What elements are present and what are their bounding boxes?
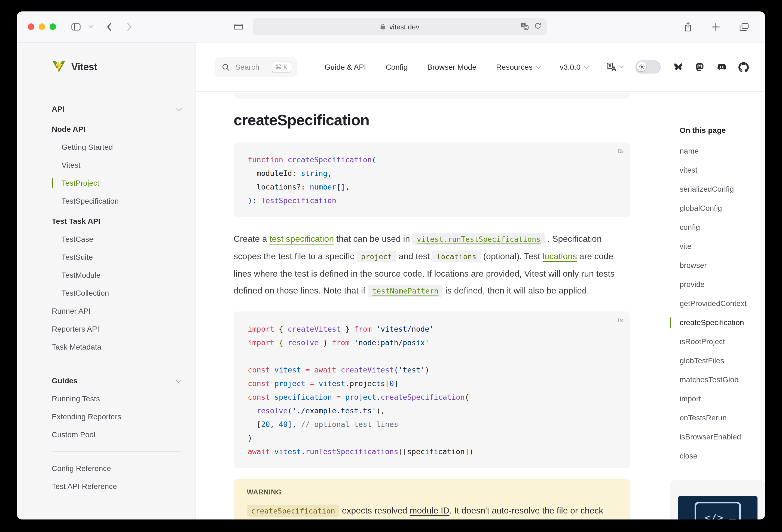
sidebar-group-api[interactable]: API (52, 100, 181, 118)
forward-button[interactable] (125, 21, 134, 33)
share-button[interactable] (682, 19, 694, 34)
sidebar-item-testproject[interactable]: TestProject (52, 174, 181, 192)
outline-item-isrootproject[interactable]: isRootProject (680, 332, 765, 351)
sidebar-group-guides[interactable]: Guides (52, 372, 181, 390)
new-tab-icon (712, 23, 720, 31)
sidebar-group-label: API (52, 100, 65, 118)
outline-item-config[interactable]: config (680, 218, 765, 237)
sponsor-card[interactable]: </> (670, 480, 765, 520)
sidebar-item-reporters-api[interactable]: Reporters API (52, 320, 181, 338)
code-lines: import { createVitest } from 'vitest/nod… (234, 322, 630, 459)
address-bar[interactable]: vitest.dev A (253, 18, 547, 35)
warning-title: WARNING (247, 488, 617, 496)
lock-icon (380, 24, 386, 30)
sidebar-toggle-button[interactable] (69, 21, 83, 32)
translate-icon: A (521, 22, 529, 30)
code-line: import { createVitest } from 'vitest/nod… (234, 322, 630, 336)
sidebar-item-test-api-reference[interactable]: Test API Reference (52, 477, 181, 496)
outline-item-vitest[interactable]: vitest (680, 161, 765, 180)
discord-link[interactable] (716, 63, 727, 71)
outline-item-name[interactable]: name (680, 142, 765, 161)
github-link[interactable] (739, 62, 749, 72)
outline-item-isbrowserenabled[interactable]: isBrowserEnabled (680, 427, 765, 447)
outline-item-matchestestglob[interactable]: matchesTestGlob (680, 370, 765, 389)
svg-text:</>: </> (705, 511, 723, 520)
menu-item-guide-api[interactable]: Guide & API (325, 63, 366, 71)
doc-content: createSpecification ts function createSp… (196, 92, 765, 520)
sidebar-item-testmodule[interactable]: TestModule (52, 266, 181, 284)
site-logo[interactable]: Vitest (52, 59, 181, 75)
outline-item-globtestfiles[interactable]: globTestFiles (680, 351, 765, 370)
theme-toggle[interactable] (636, 61, 661, 73)
outline-item-createspecification[interactable]: createSpecification (680, 313, 765, 332)
outline-item-close[interactable]: close (680, 447, 765, 466)
sidebar-item-running-tests[interactable]: Running Tests (52, 390, 181, 408)
search-button[interactable]: Search ⌘ K (215, 57, 297, 77)
outline-item-vite[interactable]: vite (680, 237, 765, 256)
menu-item-label: v3.0.0 (560, 63, 580, 71)
mastodon-link[interactable] (695, 62, 705, 72)
sidebar-item-testcase[interactable]: TestCase (52, 230, 181, 248)
back-button[interactable] (105, 21, 114, 33)
search-label: Search (235, 63, 266, 71)
sidebar-section-node-api[interactable]: Node API (52, 120, 181, 138)
doc-link-module-id[interactable]: module ID (410, 506, 450, 515)
sidebar-item-getting-started[interactable]: Getting Started (52, 138, 181, 156)
search-icon (222, 63, 230, 71)
browser-titlebar: vitest.dev A (17, 11, 765, 42)
code-line: const project = vitest.projects[0] (234, 377, 630, 390)
warning-block: WARNING createSpecification expects reso… (234, 479, 630, 520)
traffic-close-button[interactable] (28, 24, 34, 30)
sidebar-item-custom-pool[interactable]: Custom Pool (52, 426, 181, 444)
chevron-down-icon (619, 64, 624, 68)
doc-link-test-specification[interactable]: test specification (270, 234, 334, 243)
sidebar-item-task-metadata[interactable]: Task Metadata (52, 338, 181, 356)
outline-item-serializedconfig[interactable]: serializedConfig (680, 180, 765, 199)
sidebar-section-test-task-api[interactable]: Test Task API (52, 212, 181, 230)
outline-item-globalconfig[interactable]: globalConfig (680, 199, 765, 218)
discord-icon (716, 63, 727, 71)
inline-code: locations (432, 250, 481, 262)
menu-item-browser-mode[interactable]: Browser Mode (427, 63, 476, 71)
outline-item-ontestsrerun[interactable]: onTestsRerun (680, 409, 765, 427)
doc-link-locations[interactable]: locations (543, 252, 577, 261)
menu-item-v3-0-0[interactable]: v3.0.0 (560, 63, 588, 71)
bluesky-link[interactable] (673, 62, 683, 72)
new-tab-button[interactable] (710, 21, 722, 33)
traffic-minimize-button[interactable] (39, 24, 45, 30)
inline-code-link[interactable]: testNamePattern (368, 285, 443, 297)
code-line: import { resolve } from 'node:path/posix… (234, 336, 630, 350)
menu-item-config[interactable]: Config (386, 63, 407, 71)
sidebar-item-testsuite[interactable]: TestSuite (52, 248, 181, 266)
mastodon-icon (695, 62, 705, 72)
menu-item-label: Config (386, 63, 407, 71)
code-line (234, 350, 630, 363)
page-appearance-button[interactable] (232, 21, 245, 32)
sidebar-item-testspecification[interactable]: TestSpecification (52, 192, 181, 210)
sidebar-item-config-reference[interactable]: Config Reference (52, 460, 181, 477)
sidebar-item-extending-reporters[interactable]: Extending Reporters (52, 408, 181, 426)
sidebar-item-testcollection[interactable]: TestCollection (52, 284, 181, 302)
reload-button[interactable] (534, 22, 541, 31)
sidebar-item-runner-api[interactable]: Runner API (52, 302, 181, 320)
sidebar-item-vitest[interactable]: Vitest (52, 156, 181, 174)
outline-item-browser[interactable]: browser (680, 256, 765, 275)
doc-sidebar: Vitest APINode APIGetting StartedVitestT… (17, 42, 196, 520)
language-button[interactable] (607, 63, 623, 71)
translate-button[interactable]: A (521, 22, 529, 31)
outline-item-getprovidedcontext[interactable]: getProvidedContext (680, 294, 765, 313)
search-shortcut: ⌘ K (272, 62, 291, 72)
tab-overview-button[interactable] (737, 21, 751, 33)
code-lang-label: ts (618, 147, 623, 155)
sidebar-toggle-icon (71, 23, 81, 30)
code-block-signature: ts function createSpecification( moduleI… (234, 142, 630, 217)
outline-item-provide[interactable]: provide (680, 275, 765, 294)
traffic-zoom-button[interactable] (49, 24, 56, 30)
tab-group-chevron-button[interactable] (87, 24, 95, 29)
inline-code-link[interactable]: vitest.runTestSpecifications (412, 233, 545, 245)
ad-image: </> (678, 496, 757, 520)
outline: On this page namevitestserializedConfigg… (670, 92, 765, 520)
address-bar-actions: A (521, 18, 541, 35)
outline-item-import[interactable]: import (680, 389, 765, 409)
menu-item-resources[interactable]: Resources (496, 63, 540, 71)
